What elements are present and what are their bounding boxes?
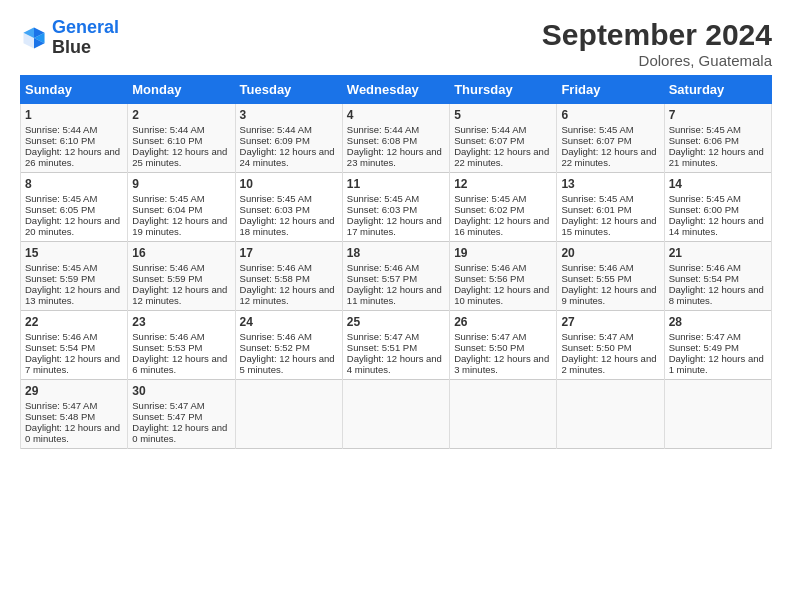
calendar-cell: 7Sunrise: 5:45 AMSunset: 6:06 PMDaylight… [664, 104, 771, 173]
day-number: 21 [669, 246, 767, 260]
logo-icon [20, 24, 48, 52]
calendar-cell [450, 380, 557, 449]
daylight-text: Daylight: 12 hours and 21 minutes. [669, 146, 764, 168]
sunset-text: Sunset: 6:00 PM [669, 204, 739, 215]
daylight-text: Daylight: 12 hours and 3 minutes. [454, 353, 549, 375]
calendar-row: 29Sunrise: 5:47 AMSunset: 5:48 PMDayligh… [21, 380, 772, 449]
sunrise-text: Sunrise: 5:45 AM [347, 193, 419, 204]
day-number: 10 [240, 177, 338, 191]
calendar-cell: 5Sunrise: 5:44 AMSunset: 6:07 PMDaylight… [450, 104, 557, 173]
sunrise-text: Sunrise: 5:45 AM [561, 124, 633, 135]
sunrise-text: Sunrise: 5:44 AM [240, 124, 312, 135]
day-number: 27 [561, 315, 659, 329]
daylight-text: Daylight: 12 hours and 0 minutes. [132, 422, 227, 444]
daylight-text: Daylight: 12 hours and 10 minutes. [454, 284, 549, 306]
day-number: 1 [25, 108, 123, 122]
day-number: 2 [132, 108, 230, 122]
col-saturday: Saturday [664, 76, 771, 104]
sunset-text: Sunset: 6:05 PM [25, 204, 95, 215]
day-number: 25 [347, 315, 445, 329]
sunrise-text: Sunrise: 5:44 AM [454, 124, 526, 135]
sunset-text: Sunset: 5:53 PM [132, 342, 202, 353]
sunrise-text: Sunrise: 5:45 AM [454, 193, 526, 204]
daylight-text: Daylight: 12 hours and 22 minutes. [454, 146, 549, 168]
sunset-text: Sunset: 5:48 PM [25, 411, 95, 422]
calendar-cell [557, 380, 664, 449]
sunset-text: Sunset: 6:03 PM [240, 204, 310, 215]
day-number: 14 [669, 177, 767, 191]
day-number: 13 [561, 177, 659, 191]
title-block: September 2024 Dolores, Guatemala [542, 18, 772, 69]
calendar-cell: 8Sunrise: 5:45 AMSunset: 6:05 PMDaylight… [21, 173, 128, 242]
calendar-row: 15Sunrise: 5:45 AMSunset: 5:59 PMDayligh… [21, 242, 772, 311]
daylight-text: Daylight: 12 hours and 22 minutes. [561, 146, 656, 168]
daylight-text: Daylight: 12 hours and 17 minutes. [347, 215, 442, 237]
day-number: 3 [240, 108, 338, 122]
calendar-row: 8Sunrise: 5:45 AMSunset: 6:05 PMDaylight… [21, 173, 772, 242]
day-number: 20 [561, 246, 659, 260]
sunrise-text: Sunrise: 5:46 AM [561, 262, 633, 273]
sunset-text: Sunset: 6:03 PM [347, 204, 417, 215]
day-number: 16 [132, 246, 230, 260]
calendar-cell: 28Sunrise: 5:47 AMSunset: 5:49 PMDayligh… [664, 311, 771, 380]
calendar-cell: 30Sunrise: 5:47 AMSunset: 5:47 PMDayligh… [128, 380, 235, 449]
page-title: September 2024 [542, 18, 772, 52]
sunset-text: Sunset: 5:50 PM [454, 342, 524, 353]
sunrise-text: Sunrise: 5:45 AM [669, 124, 741, 135]
col-wednesday: Wednesday [342, 76, 449, 104]
calendar-cell: 12Sunrise: 5:45 AMSunset: 6:02 PMDayligh… [450, 173, 557, 242]
sunrise-text: Sunrise: 5:44 AM [132, 124, 204, 135]
day-number: 12 [454, 177, 552, 191]
sunrise-text: Sunrise: 5:45 AM [25, 262, 97, 273]
calendar-cell: 4Sunrise: 5:44 AMSunset: 6:08 PMDaylight… [342, 104, 449, 173]
page-subtitle: Dolores, Guatemala [542, 52, 772, 69]
sunset-text: Sunset: 6:07 PM [561, 135, 631, 146]
logo-line2: Blue [52, 38, 119, 58]
sunrise-text: Sunrise: 5:45 AM [240, 193, 312, 204]
col-monday: Monday [128, 76, 235, 104]
sunrise-text: Sunrise: 5:45 AM [25, 193, 97, 204]
sunrise-text: Sunrise: 5:47 AM [132, 400, 204, 411]
sunset-text: Sunset: 5:58 PM [240, 273, 310, 284]
calendar-cell: 11Sunrise: 5:45 AMSunset: 6:03 PMDayligh… [342, 173, 449, 242]
daylight-text: Daylight: 12 hours and 24 minutes. [240, 146, 335, 168]
daylight-text: Daylight: 12 hours and 0 minutes. [25, 422, 120, 444]
daylight-text: Daylight: 12 hours and 20 minutes. [25, 215, 120, 237]
sunset-text: Sunset: 5:50 PM [561, 342, 631, 353]
calendar-cell: 19Sunrise: 5:46 AMSunset: 5:56 PMDayligh… [450, 242, 557, 311]
daylight-text: Daylight: 12 hours and 8 minutes. [669, 284, 764, 306]
daylight-text: Daylight: 12 hours and 4 minutes. [347, 353, 442, 375]
sunset-text: Sunset: 5:47 PM [132, 411, 202, 422]
sunset-text: Sunset: 5:56 PM [454, 273, 524, 284]
sunset-text: Sunset: 6:02 PM [454, 204, 524, 215]
sunset-text: Sunset: 5:57 PM [347, 273, 417, 284]
sunset-text: Sunset: 6:07 PM [454, 135, 524, 146]
calendar-cell: 16Sunrise: 5:46 AMSunset: 5:59 PMDayligh… [128, 242, 235, 311]
sunrise-text: Sunrise: 5:45 AM [669, 193, 741, 204]
sunrise-text: Sunrise: 5:47 AM [561, 331, 633, 342]
sunset-text: Sunset: 5:49 PM [669, 342, 739, 353]
calendar-cell: 24Sunrise: 5:46 AMSunset: 5:52 PMDayligh… [235, 311, 342, 380]
daylight-text: Daylight: 12 hours and 11 minutes. [347, 284, 442, 306]
sunrise-text: Sunrise: 5:47 AM [454, 331, 526, 342]
day-number: 29 [25, 384, 123, 398]
sunset-text: Sunset: 6:10 PM [25, 135, 95, 146]
calendar-cell: 26Sunrise: 5:47 AMSunset: 5:50 PMDayligh… [450, 311, 557, 380]
day-number: 9 [132, 177, 230, 191]
sunset-text: Sunset: 6:09 PM [240, 135, 310, 146]
calendar-cell: 10Sunrise: 5:45 AMSunset: 6:03 PMDayligh… [235, 173, 342, 242]
logo: General Blue [20, 18, 119, 58]
calendar-cell: 6Sunrise: 5:45 AMSunset: 6:07 PMDaylight… [557, 104, 664, 173]
header: General Blue September 2024 Dolores, Gua… [20, 18, 772, 69]
sunset-text: Sunset: 6:04 PM [132, 204, 202, 215]
sunrise-text: Sunrise: 5:46 AM [454, 262, 526, 273]
calendar-cell: 18Sunrise: 5:46 AMSunset: 5:57 PMDayligh… [342, 242, 449, 311]
calendar-cell: 17Sunrise: 5:46 AMSunset: 5:58 PMDayligh… [235, 242, 342, 311]
calendar-cell [664, 380, 771, 449]
col-friday: Friday [557, 76, 664, 104]
logo-line1: General [52, 17, 119, 37]
calendar-row: 22Sunrise: 5:46 AMSunset: 5:54 PMDayligh… [21, 311, 772, 380]
daylight-text: Daylight: 12 hours and 23 minutes. [347, 146, 442, 168]
day-number: 18 [347, 246, 445, 260]
calendar-cell: 2Sunrise: 5:44 AMSunset: 6:10 PMDaylight… [128, 104, 235, 173]
